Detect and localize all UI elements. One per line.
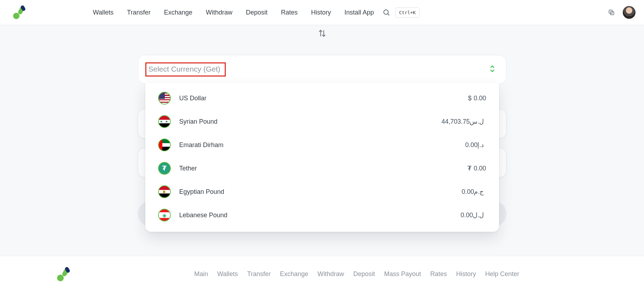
footer-link-history[interactable]: History [456, 270, 476, 278]
currency-dropdown: US Dollar $0.00 Syrian Pound ل.س44,703.7… [145, 83, 499, 232]
flag-icon-us [158, 92, 171, 105]
currency-option-balance: ل.ل0.00 [460, 211, 486, 219]
currency-select-card[interactable]: Select Currency (Get) US Dollar $0.00 Sy… [138, 55, 506, 84]
flag-icon-lb [158, 209, 171, 221]
currency-option-balance: ج.م0.00 [461, 188, 486, 196]
footer-logo[interactable] [57, 267, 74, 282]
flag-icon-ae [158, 139, 171, 151]
nav-deposit[interactable]: Deposit [246, 9, 268, 16]
flag-icon-eg [158, 185, 171, 198]
currency-option-label: Egyptian Pound [179, 188, 224, 196]
currency-option-usd[interactable]: US Dollar $0.00 [145, 86, 499, 110]
search-button[interactable] [382, 9, 390, 16]
nav-withdraw[interactable]: Withdraw [206, 9, 233, 16]
footer: Main Wallets Transfer Exchange Withdraw … [0, 256, 644, 292]
currency-option-label: US Dollar [179, 95, 207, 102]
select-chevrons-icon[interactable] [489, 65, 495, 74]
footer-link-mass-payout[interactable]: Mass Payout [384, 270, 421, 278]
nav-rates[interactable]: Rates [281, 9, 298, 16]
currency-option-balance: ₮0.00 [467, 164, 486, 172]
currency-option-egp[interactable]: Egyptian Pound ج.م0.00 [145, 180, 499, 203]
currency-option-label: Tether [179, 165, 197, 172]
footer-link-withdraw[interactable]: Withdraw [318, 270, 344, 278]
currency-select-highlight: Select Currency (Get) [145, 62, 226, 77]
currency-option-aed[interactable]: Emarati Dirham د.إ0.00 [145, 133, 499, 157]
flag-icon-sy [158, 115, 171, 128]
footer-nav: Main Wallets Transfer Exchange Withdraw … [194, 270, 519, 278]
nav-install-app[interactable]: Install App [345, 9, 374, 16]
currency-option-lbp[interactable]: Lebanese Pound ل.ل0.00 [145, 203, 499, 227]
footer-link-wallets[interactable]: Wallets [217, 270, 238, 278]
currency-option-label: Emarati Dirham [179, 141, 224, 149]
currency-option-syp[interactable]: Syrian Pound ل.س44,703.75 [145, 110, 499, 133]
footer-link-rates[interactable]: Rates [430, 270, 447, 278]
footer-link-deposit[interactable]: Deposit [353, 270, 375, 278]
flag-icon-usdt: ₮ [158, 162, 171, 175]
main-nav: Wallets Transfer Exchange Withdraw Depos… [93, 9, 374, 16]
footer-link-help-center[interactable]: Help Center [485, 270, 519, 278]
nav-history[interactable]: History [311, 9, 331, 16]
topbar: Wallets Transfer Exchange Withdraw Depos… [0, 0, 644, 25]
currency-option-label: Lebanese Pound [179, 212, 228, 219]
nav-transfer[interactable]: Transfer [127, 9, 150, 16]
currency-option-usdt[interactable]: ₮ Tether ₮0.00 [145, 157, 499, 180]
copy-icon[interactable] [607, 8, 616, 17]
currency-option-balance: د.إ0.00 [465, 141, 486, 149]
svg-point-3 [384, 10, 388, 15]
nav-exchange[interactable]: Exchange [164, 9, 192, 16]
brand-logo[interactable] [13, 5, 29, 19]
svg-point-7 [57, 275, 64, 281]
currency-option-balance: ل.س44,703.75 [441, 118, 486, 125]
footer-link-transfer[interactable]: Transfer [247, 270, 270, 278]
currency-option-balance: $0.00 [468, 95, 486, 102]
footer-link-exchange[interactable]: Exchange [280, 270, 308, 278]
shortcut-hint: Ctrl+K [395, 7, 420, 18]
currency-option-label: Syrian Pound [179, 118, 218, 125]
svg-point-0 [13, 13, 19, 19]
swap-direction-button[interactable] [0, 25, 644, 38]
avatar[interactable] [623, 6, 635, 19]
nav-wallets[interactable]: Wallets [93, 9, 113, 16]
search-icon [382, 9, 390, 16]
svg-line-4 [388, 14, 389, 15]
currency-select-label: Select Currency (Get) [149, 65, 220, 73]
footer-link-main[interactable]: Main [194, 270, 208, 278]
